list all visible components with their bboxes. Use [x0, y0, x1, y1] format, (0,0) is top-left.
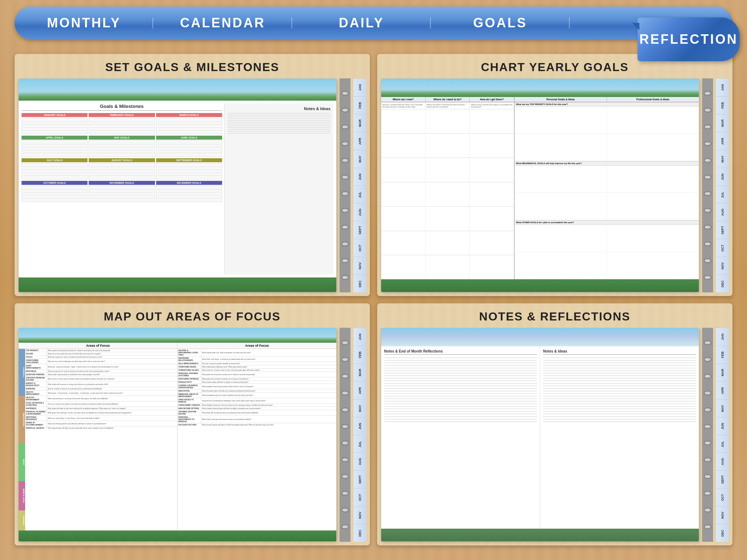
right-overcoming: OVERCOMING THREATS — [178, 404, 201, 407]
month-tab-aug[interactable]: AUG — [353, 203, 366, 221]
month-tab-oct[interactable]: OCT — [353, 239, 366, 257]
spiral-coil — [341, 91, 349, 96]
nav-daily-label: DAILY — [339, 15, 384, 30]
areas-month-nov[interactable]: NOV — [353, 506, 366, 524]
right-strengthen: STRENGTHEN VALUES — [178, 369, 201, 372]
row-habits: HABIT IMPROVEMENTS — [25, 364, 47, 369]
chart-month-dec[interactable]: DEC — [716, 275, 729, 292]
chart-month-aug[interactable]: AUG — [716, 203, 729, 221]
month-tab-jun[interactable]: JUN — [353, 168, 366, 186]
nav-goals-label: GOALS — [473, 15, 527, 30]
row-financial: FINANCIAL PLANNING & MANAGEMENT — [25, 410, 47, 415]
notes-month-jul[interactable]: JUL — [716, 435, 729, 453]
notes-month-jan[interactable]: JAN — [716, 328, 729, 346]
areas-month-aug[interactable]: AUG — [353, 452, 366, 470]
row-quantum: QUANTUM THINKING — [25, 373, 47, 376]
chart-month-apr[interactable]: APR — [716, 132, 729, 150]
right-career-text: What tangible career advancements help m… — [201, 385, 336, 388]
notes-month-mar[interactable]: MAR — [716, 363, 729, 381]
chart-month-may[interactable]: MAY — [716, 150, 729, 168]
chart-month-nov[interactable]: NOV — [716, 257, 729, 275]
notes-month-sept[interactable]: SEPT — [716, 470, 729, 488]
nov-goals-area — [89, 186, 155, 202]
dec-goals-header: DECEMBER GOALS — [156, 181, 222, 185]
areas-of-focus-panel: MAP OUT AREAS OF FOCUS Areas of Focus OV… — [15, 303, 370, 545]
mindgoal-label: MIND & GOAL — [19, 481, 25, 510]
navigation-bar: MONTHLY CALENDAR DAILY GOALS REFLECTION — [15, 7, 732, 39]
chart-month-oct[interactable]: OCT — [716, 239, 729, 257]
row-exercise: EXERCISE — [25, 387, 47, 390]
areas-right-title: Areas of Focus — [178, 343, 336, 349]
areas-month-oct[interactable]: OCT — [353, 488, 366, 506]
chart-month-feb[interactable]: FEB — [716, 96, 729, 114]
areas-month-dec[interactable]: DEC — [353, 524, 366, 542]
right-success: SUCCESS FACTORS — [178, 423, 201, 426]
notes-notebook: Notes & End of Month Reflections — [381, 328, 699, 542]
chart-month-jul[interactable]: JUL — [716, 186, 729, 203]
question-col-1: Where am I now? — [381, 97, 426, 102]
areas-month-sept[interactable]: SEPT — [353, 470, 366, 488]
right-immediate-text: What immediate areas do I need to addres… — [201, 394, 336, 397]
notes-month-apr[interactable]: APR — [716, 381, 729, 399]
end-of-month-title: Notes & End of Month Reflections — [384, 349, 537, 355]
areas-month-may[interactable]: MAY — [353, 399, 366, 417]
row-habits-text: What new - good and exciting - habits, I… — [47, 366, 177, 368]
row-health-text: What areas - not improving - to stop doi… — [47, 392, 177, 394]
row-values-text: What are my top values this year and wha… — [47, 353, 177, 355]
row-energy: ENERGY & PRODUCTIVITY — [25, 382, 47, 387]
goals-notebook-title: Goals & Milestones — [22, 104, 222, 111]
nav-calendar[interactable]: CALENDAR — [153, 15, 292, 31]
areas-month-feb[interactable]: FEB — [353, 346, 366, 363]
right-strengthen-text: What areas do I choose to live in more, … — [201, 369, 336, 372]
nav-monthly[interactable]: MONTHLY — [15, 15, 153, 31]
row-environment: HEALTHY ENVIRONMENT — [25, 396, 47, 401]
notes-month-jun[interactable]: JUN — [716, 417, 729, 435]
areas-month-apr[interactable]: APR — [353, 381, 366, 399]
areas-month-mar[interactable]: MAR — [353, 363, 366, 381]
month-tab-dec[interactable]: DEC — [353, 275, 366, 292]
chart-spiral — [702, 78, 713, 292]
notes-month-aug[interactable]: AUG — [716, 452, 729, 470]
notes-month-oct[interactable]: OCT — [716, 488, 729, 506]
notes-ideas-section: Notes & Ideas — [540, 346, 699, 529]
jul-goals-header: JULY GOALS — [22, 158, 88, 162]
chart-month-jun[interactable]: JUN — [716, 168, 729, 186]
notes-reflections-content: Notes & End of Month Reflections — [377, 328, 732, 545]
notes-month-nov[interactable]: NOV — [716, 506, 729, 524]
areas-month-jun[interactable]: JUN — [353, 417, 366, 435]
month-tab-apr[interactable]: APR — [353, 132, 366, 150]
spiral-coil — [341, 108, 349, 113]
areas-month-jul[interactable]: JUL — [353, 435, 366, 453]
month-tab-jul[interactable]: JUL — [353, 186, 366, 203]
nav-goals[interactable]: GOALS — [431, 15, 569, 31]
chart-month-mar[interactable]: MAR — [716, 114, 729, 132]
aug-goals-header: AUGUST GOALS — [89, 158, 155, 162]
month-tab-feb[interactable]: FEB — [353, 96, 366, 114]
notes-spiral — [702, 328, 713, 542]
notes-month-feb[interactable]: FEB — [716, 346, 729, 363]
nav-ribbon: REFLECTION — [638, 18, 740, 61]
right-personal-invest-text: When shall I save time and money to grow… — [201, 418, 336, 421]
row-happiness: HAPPINESS — [25, 407, 47, 410]
nav-monthly-label: MONTHLY — [47, 15, 121, 30]
notes-month-may[interactable]: MAY — [716, 399, 729, 417]
right-new-income: NEW INCOME OPTIONS — [178, 407, 201, 410]
chart-month-jan[interactable]: JAN — [716, 78, 729, 96]
areas-spiral — [340, 328, 351, 542]
month-tab-may[interactable]: MAY — [353, 150, 366, 168]
jan-goals-area — [22, 118, 88, 134]
month-tab-sept[interactable]: SEPT — [353, 221, 366, 239]
areas-month-jan[interactable]: JAN — [353, 328, 366, 346]
row-energy-text: What habits will increase my energy and … — [47, 383, 177, 386]
row-spiritual: SPIRITUAL GROWTH — [25, 427, 47, 429]
month-tab-mar[interactable]: MAR — [353, 114, 366, 132]
chart-month-sept[interactable]: SEPT — [716, 221, 729, 239]
right-innovation-text: What innovative plans will help me to ad… — [201, 390, 336, 392]
month-tab-jan[interactable]: JAN — [353, 78, 366, 96]
question-desc-1: How do I currently describe where I am? … — [381, 103, 426, 108]
notes-month-dec[interactable]: DEC — [716, 524, 729, 542]
nav-daily[interactable]: DAILY — [292, 15, 431, 31]
feb-goals-area — [89, 118, 155, 134]
month-tab-nov[interactable]: NOV — [353, 257, 366, 275]
notes-title: Notes & Ideas — [228, 106, 330, 111]
